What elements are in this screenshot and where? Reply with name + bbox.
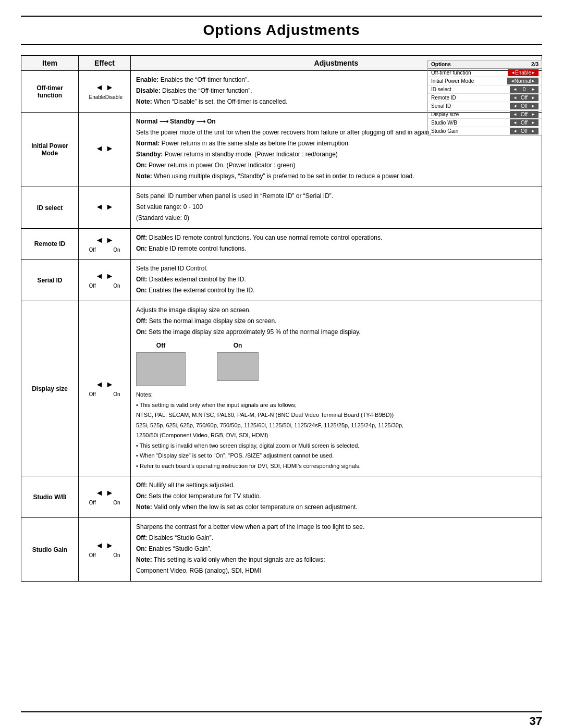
- osd-right-arrow: ►: [531, 104, 535, 108]
- osd-row-label: Display size: [431, 112, 510, 117]
- osd-value-text: Off: [521, 128, 528, 134]
- adjustment-line: Note: This setting is valid only when th…: [136, 555, 536, 564]
- adjustment-bold: Off:: [136, 276, 147, 283]
- adjustment-bold: Off:: [136, 234, 147, 241]
- right-arrow-icon: ►: [106, 541, 114, 550]
- adjustment-line: Component Video, RGB (analog), SDI, HDMI: [136, 566, 536, 575]
- adjustment-line: Sets panel ID number when panel is used …: [136, 191, 536, 201]
- item-label: Remote ID: [34, 240, 65, 248]
- right-label: On: [113, 500, 120, 505]
- page-container: Options Adjustments Options 2/3 Off-time…: [0, 16, 563, 728]
- osd-row: Studio W/B ◄ Off ►: [428, 119, 542, 127]
- osd-right-arrow: ►: [531, 129, 535, 133]
- col-header-item: Item: [21, 56, 79, 71]
- adjustment-line: Standby: Power returns in standby mode. …: [136, 150, 536, 159]
- osd-menu-box: Options 2/3 Off-timer function ◄ Enable …: [427, 60, 542, 135]
- left-label: Off: [89, 247, 96, 253]
- adjustment-bold: Off:: [136, 317, 147, 325]
- left-label: Off: [89, 283, 96, 289]
- adjustment-bold: Disable:: [136, 87, 161, 94]
- osd-row: ID select ◄ 0 ►: [428, 85, 542, 94]
- arrow-group: ◄ ►: [84, 488, 125, 498]
- adjustment-line: Off: Sets the normal image display size …: [136, 316, 536, 326]
- left-arrow-icon: ◄: [95, 272, 104, 281]
- adjustment-bold: Normal:: [136, 140, 160, 147]
- adjustment-cell: Sharpens the contrast for a better view …: [131, 518, 542, 582]
- display-on-rect: [217, 352, 259, 381]
- arrow-labels: Off On: [89, 391, 120, 397]
- note-line: • Refer to each board’s operating instru…: [136, 462, 536, 471]
- osd-left-arrow: ◄: [513, 120, 517, 125]
- osd-left-arrow: ◄: [510, 79, 515, 83]
- adjustment-line: On: Power returns in power On. (Power In…: [136, 161, 536, 170]
- arrow-group: ◄ ►: [84, 144, 125, 153]
- item-label: ID select: [37, 204, 63, 212]
- osd-right-arrow: ►: [531, 70, 535, 75]
- osd-value-text: Off: [521, 103, 528, 109]
- item-cell: Display size: [21, 301, 79, 476]
- osd-row-value: ◄ Off ►: [510, 128, 538, 134]
- arrow-group: ◄ ►: [84, 236, 125, 245]
- arrow-group: ◄ ►: [84, 380, 125, 389]
- osd-row-value: ◄ Off ►: [510, 103, 538, 109]
- osd-row-value: ◄ Off ►: [510, 94, 538, 101]
- adjustment-cell: Off: Disables ID remote control function…: [131, 229, 542, 260]
- adjustment-cell: Sets the panel ID Control.Off: Disables …: [131, 260, 542, 301]
- display-on-label: On: [234, 341, 242, 350]
- adjustment-line: On: Sets the image display size approxim…: [136, 327, 536, 337]
- item-label: Initial Power Mode: [31, 142, 68, 157]
- adjustment-line: Sets the panel ID Control.: [136, 264, 536, 273]
- osd-row: Studio Gain ◄ Off ►: [428, 127, 542, 135]
- display-off-group: Off: [136, 341, 186, 386]
- table-row: Remote ID ◄ ► Off On Off: Disables ID re…: [21, 229, 542, 260]
- adjustment-bold: Off:: [136, 482, 147, 489]
- osd-row-label: ID select: [431, 87, 510, 92]
- osd-value-text: Enable: [515, 70, 531, 76]
- right-label: On: [113, 552, 120, 558]
- effect-cell: ◄ ► Off On: [79, 476, 131, 518]
- effect-cell: ◄ ► Off On: [79, 260, 131, 301]
- item-label: Off-timer function: [36, 84, 63, 99]
- osd-right-arrow: ►: [531, 120, 535, 125]
- adjustment-bold: Note:: [136, 98, 152, 105]
- osd-row: Serial ID ◄ Off ►: [428, 102, 542, 110]
- item-label: Serial ID: [37, 277, 62, 284]
- page-title: Options Adjustments: [21, 22, 542, 39]
- page-number: 37: [530, 714, 542, 728]
- note-line: • This setting is valid only when the in…: [136, 401, 536, 410]
- adjustment-cell: Adjusts the image display size on screen…: [131, 301, 542, 476]
- osd-row: Display size ◄ Off ►: [428, 110, 542, 119]
- item-cell: Studio W/B: [21, 476, 79, 518]
- adjustment-line: Sharpens the contrast for a better view …: [136, 522, 536, 532]
- display-off-rect: [136, 352, 186, 386]
- osd-row-value: ◄ 0 ►: [510, 86, 538, 93]
- osd-value-text: Off: [521, 120, 528, 126]
- note-line: Notes:: [136, 390, 536, 399]
- adjustment-bold: On:: [136, 492, 147, 500]
- adjustment-line: Off: Nullify all the settings adjusted.: [136, 480, 536, 490]
- right-arrow-icon: ►: [106, 83, 114, 92]
- adjustment-bold: Off:: [136, 534, 147, 541]
- osd-right-arrow: ►: [531, 95, 535, 100]
- osd-left-arrow: ◄: [513, 95, 517, 100]
- arrow-labels: Off On: [89, 247, 120, 253]
- adjustment-line: Normal: Power returns in as the same sta…: [136, 139, 536, 148]
- left-arrow-icon: ◄: [95, 236, 104, 245]
- arrow-group: ◄ ►: [84, 272, 125, 281]
- adjustment-bold: Enable:: [136, 76, 158, 83]
- effect-cell: ◄ ► Enable Disable: [79, 71, 131, 113]
- table-row: Display size ◄ ► Off On Adjusts the imag…: [21, 301, 542, 476]
- item-cell: Initial Power Mode: [21, 113, 79, 187]
- table-row: Studio W/B ◄ ► Off On Off: Nullify all t…: [21, 476, 542, 518]
- adjustment-bold: Note:: [136, 172, 152, 180]
- display-off-label: Off: [156, 341, 165, 350]
- table-row: Serial ID ◄ ► Off On Sets the panel ID C…: [21, 260, 542, 301]
- right-label: On: [113, 247, 120, 253]
- osd-value-text: Off: [521, 95, 528, 101]
- left-label: Off: [89, 391, 96, 397]
- right-label: On: [113, 283, 120, 289]
- arrow-labels: Off On: [89, 283, 120, 289]
- adjustment-bold: Note:: [136, 503, 152, 511]
- item-label: Display size: [32, 385, 68, 392]
- osd-left-arrow: ◄: [513, 129, 517, 133]
